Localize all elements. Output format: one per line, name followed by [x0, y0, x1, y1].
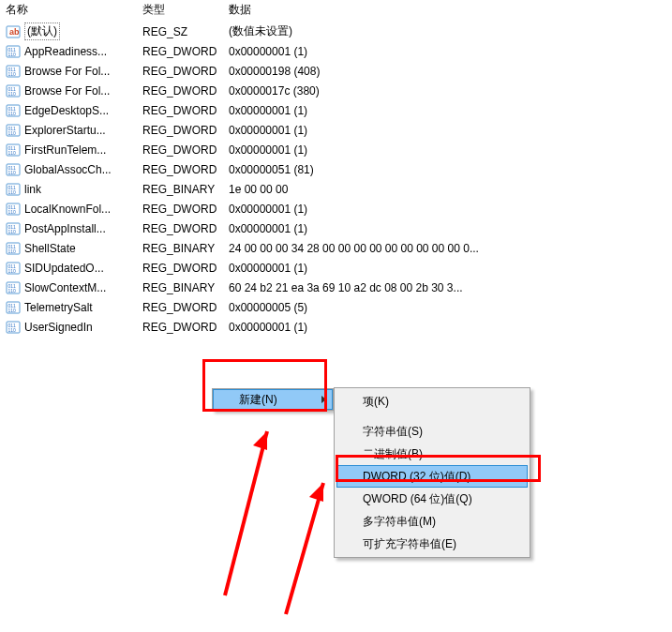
- value-type-cell: REG_DWORD: [142, 84, 229, 98]
- value-type-cell: REG_DWORD: [142, 104, 229, 117]
- svg-text:110: 110: [8, 288, 17, 293]
- value-name-cell: LocalKnownFol...: [24, 203, 142, 216]
- svg-text:110: 110: [8, 248, 17, 254]
- value-type-cell: REG_DWORD: [142, 222, 229, 235]
- svg-marker-50: [309, 483, 323, 502]
- binary-value-icon: 011110: [6, 300, 21, 315]
- registry-value-row[interactable]: 011110LocalKnownFol...REG_DWORD0x0000000…: [0, 199, 672, 218]
- context-menu-new-submenu: 项(K) 字符串值(S) 二进制值(B) DWORD (32 位)值(D) QW…: [334, 387, 530, 558]
- value-type-cell: REG_DWORD: [142, 203, 229, 216]
- registry-value-row[interactable]: 011110UserSignedInREG_DWORD0x00000001 (1…: [0, 317, 672, 337]
- value-data-cell: 0x00000001 (1): [229, 124, 672, 137]
- registry-value-row[interactable]: 011110Browse For Fol...REG_DWORD0x000001…: [0, 81, 672, 100]
- value-data-cell: 0x00000051 (81): [229, 163, 672, 176]
- value-type-cell: REG_DWORD: [142, 65, 229, 78]
- svg-text:110: 110: [8, 229, 17, 234]
- svg-text:110: 110: [8, 130, 17, 136]
- value-name-cell: PostAppInstall...: [24, 222, 142, 235]
- binary-value-icon: 011110: [6, 261, 21, 276]
- value-name-cell: SIDUpdatedO...: [24, 262, 142, 275]
- registry-value-row[interactable]: 011110FirstRunTelem...REG_DWORD0x0000000…: [0, 140, 672, 159]
- registry-value-row[interactable]: 011110SlowContextM...REG_BINARY60 24 b2 …: [0, 278, 672, 297]
- svg-text:110: 110: [8, 327, 17, 333]
- column-header-row: 名称 类型 数据: [0, 0, 672, 22]
- menu-item-qword[interactable]: QWORD (64 位)值(Q): [336, 488, 528, 510]
- binary-value-icon: 011110: [6, 143, 21, 158]
- value-type-cell: REG_BINARY: [142, 281, 229, 294]
- registry-values-list: ab(默认)REG_SZ(数值未设置)011110AppReadiness...…: [0, 22, 672, 337]
- registry-value-row[interactable]: 011110GlobalAssocCh...REG_DWORD0x0000005…: [0, 159, 672, 179]
- value-name-cell: TelemetrySalt: [24, 301, 142, 314]
- svg-text:110: 110: [8, 209, 17, 215]
- svg-text:110: 110: [8, 71, 17, 77]
- menu-item-dword[interactable]: DWORD (32 位)值(D): [336, 465, 528, 488]
- value-type-cell: REG_DWORD: [142, 321, 229, 334]
- value-name-cell: SlowContextM...: [24, 281, 142, 294]
- value-data-cell: 24 00 00 00 34 28 00 00 00 00 00 00 00 0…: [229, 242, 672, 255]
- menu-item-expand-string-label: 可扩充字符串值(E): [363, 536, 456, 552]
- binary-value-icon: 011110: [6, 44, 21, 59]
- value-data-cell: 0x00000001 (1): [229, 203, 672, 216]
- menu-item-key-label: 项(K): [363, 394, 389, 410]
- value-data-cell: (数值未设置): [229, 23, 672, 39]
- menu-item-key[interactable]: 项(K): [336, 390, 528, 413]
- value-type-cell: REG_DWORD: [142, 143, 229, 157]
- value-type-cell: REG_BINARY: [142, 242, 229, 255]
- menu-item-string[interactable]: 字符串值(S): [336, 420, 528, 443]
- svg-line-47: [225, 431, 267, 595]
- menu-item-dword-label: DWORD (32 位)值(D): [363, 469, 470, 485]
- value-data-cell: 0x00000198 (408): [229, 65, 672, 78]
- annotation-arrow-icon: [206, 413, 281, 600]
- value-type-cell: REG_DWORD: [142, 262, 229, 275]
- value-name-cell: Browse For Fol...: [24, 84, 142, 98]
- menu-item-binary[interactable]: 二进制值(B): [336, 443, 528, 465]
- value-type-cell: REG_BINARY: [142, 183, 229, 196]
- registry-value-row[interactable]: 011110AppReadiness...REG_DWORD0x00000001…: [0, 41, 672, 61]
- value-type-cell: REG_DWORD: [142, 124, 229, 137]
- value-type-cell: REG_SZ: [142, 25, 229, 38]
- column-header-name[interactable]: 名称: [6, 2, 142, 18]
- menu-item-multi-string[interactable]: 多字符串值(M): [336, 510, 528, 533]
- registry-value-row[interactable]: 011110Browse For Fol...REG_DWORD0x000001…: [0, 61, 672, 81]
- column-header-data[interactable]: 数据: [229, 2, 672, 18]
- menu-item-expand-string[interactable]: 可扩充字符串值(E): [336, 533, 528, 555]
- value-name-cell: FirstRunTelem...: [24, 143, 142, 157]
- menu-item-string-label: 字符串值(S): [363, 424, 423, 440]
- registry-value-row[interactable]: 011110EdgeDesktopS...REG_DWORD0x00000001…: [0, 100, 672, 120]
- registry-value-row[interactable]: 011110SIDUpdatedO...REG_DWORD0x00000001 …: [0, 258, 672, 278]
- svg-text:110: 110: [8, 150, 17, 156]
- value-name-cell: (默认): [24, 23, 142, 40]
- value-name-cell: link: [24, 183, 142, 196]
- binary-value-icon: 011110: [6, 83, 21, 98]
- column-header-type[interactable]: 类型: [142, 2, 229, 18]
- value-name-cell: AppReadiness...: [24, 45, 142, 58]
- svg-line-49: [286, 483, 323, 614]
- value-data-cell: 0x00000001 (1): [229, 321, 672, 334]
- context-menu-primary: 新建(N): [212, 388, 334, 411]
- registry-value-row[interactable]: 011110PostAppInstall...REG_DWORD0x000000…: [0, 218, 672, 238]
- value-data-cell: 0x00000001 (1): [229, 222, 672, 235]
- menu-item-binary-label: 二进制值(B): [363, 446, 423, 462]
- value-data-cell: 0x00000001 (1): [229, 143, 672, 157]
- submenu-arrow-icon: [321, 396, 326, 403]
- registry-value-row[interactable]: 011110ExplorerStartu...REG_DWORD0x000000…: [0, 120, 672, 140]
- menu-item-qword-label: QWORD (64 位)值(Q): [363, 491, 472, 507]
- svg-text:ab: ab: [9, 27, 20, 37]
- binary-value-icon: 011110: [6, 182, 21, 197]
- value-name-cell: ShellState: [24, 242, 142, 255]
- svg-text:110: 110: [8, 170, 17, 175]
- svg-text:110: 110: [8, 268, 17, 274]
- value-type-cell: REG_DWORD: [142, 163, 229, 176]
- registry-value-row[interactable]: ab(默认)REG_SZ(数值未设置): [0, 22, 672, 41]
- menu-item-new[interactable]: 新建(N): [213, 389, 333, 410]
- binary-value-icon: 011110: [6, 123, 21, 138]
- registry-value-row[interactable]: 011110linkREG_BINARY1e 00 00 00: [0, 179, 672, 199]
- binary-value-icon: 011110: [6, 280, 21, 295]
- svg-text:110: 110: [8, 52, 17, 57]
- registry-value-row[interactable]: 011110ShellStateREG_BINARY24 00 00 00 34…: [0, 238, 672, 258]
- value-name-cell: EdgeDesktopS...: [24, 104, 142, 117]
- registry-value-row[interactable]: 011110TelemetrySaltREG_DWORD0x00000005 (…: [0, 297, 672, 317]
- binary-value-icon: 011110: [6, 162, 21, 177]
- value-type-cell: REG_DWORD: [142, 45, 229, 58]
- binary-value-icon: 011110: [6, 241, 21, 256]
